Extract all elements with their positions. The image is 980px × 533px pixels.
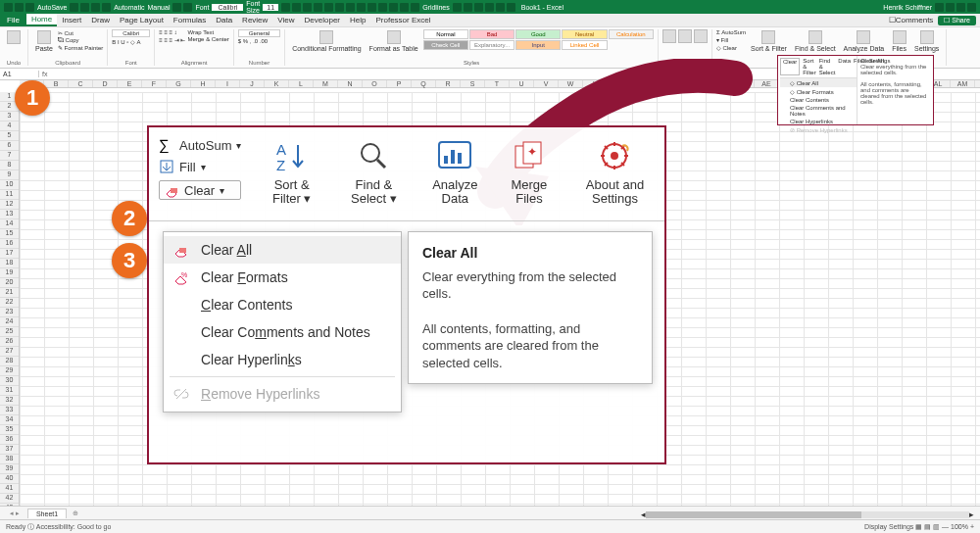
row-head[interactable]: 36 <box>0 435 19 445</box>
horizontal-scrollbar[interactable]: ◂▸ <box>641 509 974 519</box>
col-head[interactable]: P <box>387 80 412 87</box>
row-head[interactable]: 7 <box>0 151 19 161</box>
col-head[interactable]: M <box>314 80 338 87</box>
row-head[interactable]: 5 <box>0 131 19 141</box>
cell-style[interactable]: Bad <box>469 29 514 39</box>
col-head[interactable]: AE <box>755 80 779 87</box>
tab-formulas[interactable]: Formulas <box>169 14 211 26</box>
row-head[interactable]: 28 <box>0 357 19 366</box>
about-settings-button[interactable]: About and Settings <box>575 137 655 207</box>
row-head[interactable]: 8 <box>0 161 19 170</box>
row-head[interactable]: 22 <box>0 298 19 308</box>
col-head[interactable]: J <box>240 80 265 87</box>
col-head[interactable]: G <box>167 80 191 87</box>
row-head[interactable]: 35 <box>0 425 19 435</box>
menu-clear-formats[interactable]: % Clear Formats <box>164 264 401 291</box>
col-head[interactable]: AM <box>951 80 975 87</box>
font-name-qat[interactable]: Calibri <box>212 4 243 11</box>
merge-center-button[interactable]: Merge & Center <box>187 36 228 42</box>
row-head[interactable]: 37 <box>0 445 19 455</box>
row-head[interactable]: 11 <box>0 190 19 200</box>
calc-mode-auto[interactable]: Automatic <box>114 4 144 11</box>
row-head[interactable]: 18 <box>0 259 19 268</box>
tab-review[interactable]: Review <box>237 14 272 26</box>
col-head[interactable]: F <box>142 80 167 87</box>
row-head[interactable]: 16 <box>0 239 19 249</box>
cut-button[interactable]: ✂ Cut <box>58 29 103 36</box>
share-button[interactable]: ☐ Share <box>938 16 976 25</box>
cell-style[interactable]: Linked Cell <box>562 40 607 50</box>
row-head[interactable]: 31 <box>0 386 19 396</box>
autosave-label[interactable]: AutoSave <box>37 4 67 11</box>
cell-style[interactable]: Explanatory... <box>469 40 514 50</box>
row-head[interactable]: 12 <box>0 200 19 210</box>
col-head[interactable]: H <box>191 80 216 87</box>
row-head[interactable]: 13 <box>0 210 19 219</box>
col-head[interactable]: U <box>510 80 534 87</box>
row-head[interactable]: 29 <box>0 366 19 376</box>
copy-button[interactable]: ⿻ Copy <box>58 37 103 43</box>
row-head[interactable]: 6 <box>0 141 19 151</box>
col-head[interactable]: T <box>485 80 510 87</box>
tab-professorexcel[interactable]: Professor Excel <box>370 14 435 26</box>
col-head[interactable]: C <box>69 80 93 87</box>
menu-clear-contents[interactable]: Clear Contents <box>164 291 401 318</box>
row-head[interactable]: 42 <box>0 494 19 504</box>
tab-home[interactable]: Home <box>26 14 57 26</box>
col-head[interactable]: Z <box>632 80 657 87</box>
row-head[interactable]: 10 <box>0 180 19 190</box>
row-head[interactable]: 30 <box>0 376 19 386</box>
number-format-box[interactable]: General <box>238 29 280 37</box>
analyze-data-button[interactable]: Analyze Data <box>427 137 483 207</box>
fill-line[interactable]: Fill ▾ <box>159 159 241 174</box>
row-head[interactable]: 26 <box>0 337 19 347</box>
comments-button[interactable]: ☐ Comments <box>884 14 939 26</box>
row-head[interactable]: 24 <box>0 317 19 327</box>
col-head[interactable]: N <box>338 80 363 87</box>
col-head[interactable]: W <box>559 80 583 87</box>
clear-ribbon[interactable]: ◇ Clear <box>716 44 746 51</box>
autosum-line[interactable]: ∑ AutoSum ▾ <box>159 137 241 153</box>
col-head[interactable]: V <box>534 80 559 87</box>
col-head[interactable]: AB <box>681 80 706 87</box>
quick-access-toolbar[interactable] <box>4 3 34 12</box>
row-head[interactable]: 4 <box>0 121 19 131</box>
calc-mode-manual[interactable]: Manual <box>147 4 170 11</box>
menu-clear-comments[interactable]: Clear Comments and Notes <box>164 318 401 346</box>
row-head[interactable]: 9 <box>0 170 19 180</box>
cond-format-icon[interactable] <box>319 30 333 44</box>
zoom-level[interactable]: 100% <box>951 523 968 530</box>
col-head[interactable]: E <box>118 80 142 87</box>
col-head[interactable]: X <box>583 80 608 87</box>
row-head[interactable]: 15 <box>0 229 19 239</box>
cell-style[interactable]: Input <box>515 40 561 50</box>
cell-style[interactable]: Check Cell <box>423 40 468 50</box>
display-settings[interactable]: Display Settings <box>864 523 913 530</box>
tab-view[interactable]: View <box>272 14 299 26</box>
cell-style[interactable]: Normal <box>423 29 468 39</box>
add-sheet-button[interactable]: ⊕ <box>73 509 78 517</box>
clear-dropdown-button[interactable]: Clear ▾ <box>159 180 241 200</box>
paste-icon[interactable] <box>37 30 51 44</box>
row-head[interactable]: 19 <box>0 268 19 278</box>
col-head[interactable]: D <box>93 80 118 87</box>
tab-help[interactable]: Help <box>345 14 370 26</box>
col-head[interactable]: AA <box>657 80 681 87</box>
col-head[interactable]: B <box>44 80 69 87</box>
row-head[interactable]: 14 <box>0 219 19 229</box>
find-select-button[interactable]: Find & Select ▾ <box>342 137 406 207</box>
col-head[interactable]: S <box>461 80 485 87</box>
row-head[interactable]: 17 <box>0 249 19 259</box>
row-head[interactable]: 40 <box>0 474 19 484</box>
row-head[interactable]: 33 <box>0 406 19 415</box>
col-head[interactable]: K <box>265 80 289 87</box>
format-table-icon[interactable] <box>387 30 401 44</box>
name-box[interactable]: A1 <box>0 71 39 77</box>
sort-filter-button[interactable]: AZ Sort & Filter ▾ <box>263 137 319 207</box>
format-painter-button[interactable]: ✎ Format Painter <box>58 44 103 51</box>
cell-style[interactable]: Calculation <box>609 29 654 39</box>
tab-file[interactable]: File <box>0 14 26 26</box>
col-head[interactable]: R <box>436 80 461 87</box>
col-head[interactable]: AD <box>730 80 755 87</box>
col-head[interactable]: L <box>289 80 314 87</box>
